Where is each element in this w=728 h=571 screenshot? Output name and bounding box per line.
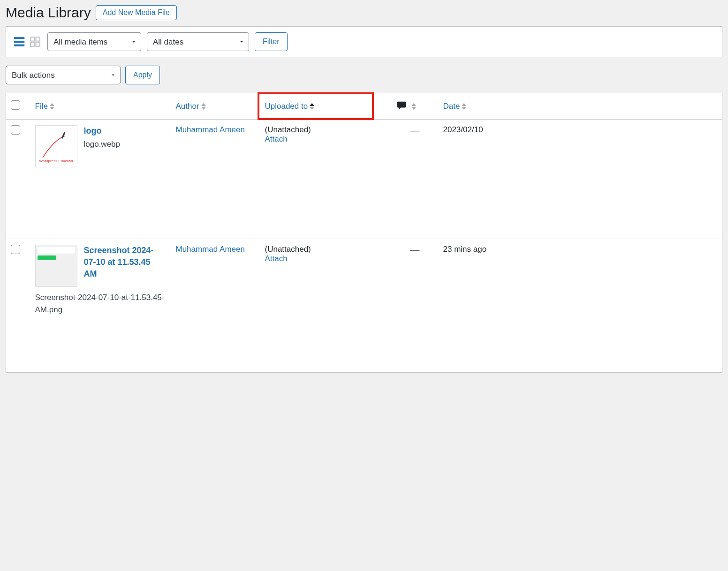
svg-rect-0 [14,37,24,39]
filter-bar: All media items All dates Filter [6,26,722,57]
media-date: 2023/02/10 [443,125,483,134]
svg-rect-1 [14,41,24,43]
svg-rect-3 [30,37,34,41]
media-title-link[interactable]: logo [84,125,121,137]
author-link[interactable]: Muhammad Ameen [176,245,245,254]
apply-button[interactable]: Apply [125,66,160,84]
row-checkbox[interactable] [11,125,20,135]
attach-link[interactable]: Attach [265,254,288,263]
author-link[interactable]: Muhammad Ameen [176,125,245,134]
uploaded-status: (Unattached) [265,125,387,135]
media-filename: logo.webp [84,140,121,149]
dates-select[interactable]: All dates [147,32,249,51]
column-author[interactable]: Author [171,93,260,120]
media-thumbnail[interactable] [35,245,77,287]
page-title: Media Library [6,5,91,21]
sort-icon [411,103,416,110]
media-date: 23 mins ago [443,245,487,254]
svg-rect-6 [36,42,39,46]
sort-icon [50,103,54,110]
svg-rect-2 [14,45,24,46]
svg-rect-5 [30,42,34,46]
media-table: File Author Uploaded to [6,93,722,373]
bulk-actions-bar: Bulk actions Apply [6,66,722,84]
media-title-link[interactable]: Screenshot 2024-07-10 at 11.53.45 AM [84,245,159,280]
row-checkbox[interactable] [11,245,20,254]
table-row: Wordpress Educator logo logo.webp Muhamm… [6,120,722,239]
view-switch [13,35,42,48]
column-file[interactable]: File [30,93,171,120]
sort-icon [201,103,206,110]
svg-rect-7 [61,132,65,139]
uploaded-status: (Unattached) [265,245,387,254]
grid-view-icon[interactable] [29,35,42,48]
attach-link[interactable]: Attach [265,135,288,143]
svg-rect-4 [36,37,39,41]
column-uploaded-to[interactable]: Uploaded to [260,93,392,120]
list-view-icon[interactable] [13,35,26,48]
table-row: Screenshot 2024-07-10 at 11.53.45 AM Scr… [6,239,722,373]
select-all-column [6,93,30,120]
media-thumbnail[interactable]: Wordpress Educator [35,125,77,167]
sort-icon [462,103,466,110]
select-all-checkbox[interactable] [11,100,20,110]
comments-count: — [410,245,420,255]
comments-count: — [410,125,420,135]
sort-icon [310,103,314,110]
bulk-actions-select[interactable]: Bulk actions [6,66,121,84]
column-date[interactable]: Date [439,93,722,120]
add-new-media-button[interactable]: Add New Media File [96,5,177,20]
media-type-select[interactable]: All media items [47,32,141,51]
column-date-label: Date [443,102,460,111]
column-file-label: File [35,102,48,111]
page-header: Media Library Add New Media File [6,5,722,26]
filter-button[interactable]: Filter [255,32,288,51]
column-comments[interactable] [392,93,439,120]
comments-icon [396,100,407,113]
media-filename: Screenshot-2024-07-10-at-11.53.45-AM.png [35,292,167,316]
column-author-label: Author [176,102,199,111]
column-uploaded-to-label: Uploaded to [265,102,308,111]
svg-text:Wordpress Educator: Wordpress Educator [39,159,73,163]
